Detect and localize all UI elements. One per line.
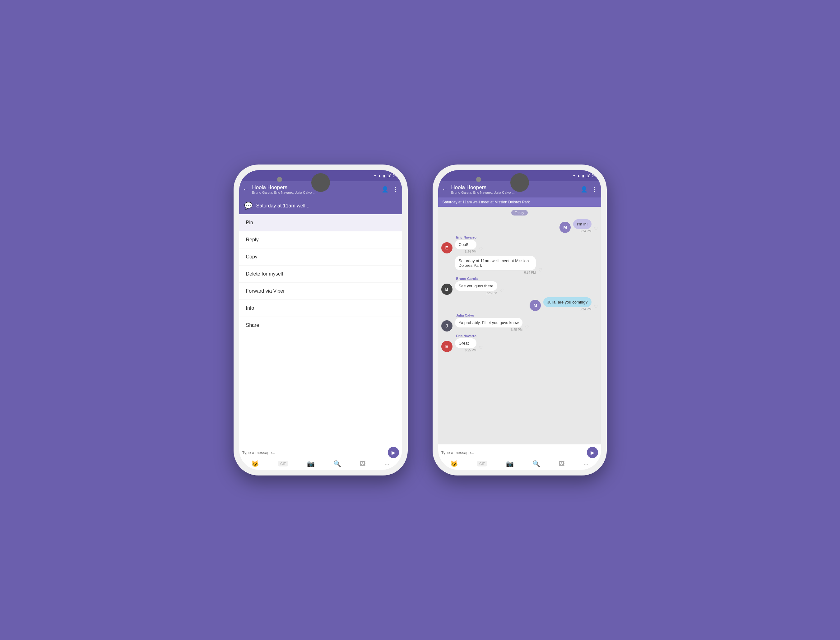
bubble-julia-q: Julia, are you coming? [543,297,591,307]
camera-icon-left[interactable]: 📷 [307,460,315,467]
input-area-right: ▶ 🐱 GIF 📷 🔍 🖼 ··· [438,445,601,470]
sender-julia: Julia Calvo [455,314,523,317]
more-options-icon[interactable]: ⋮ [393,186,398,193]
search-photo-icon-right[interactable]: 🔍 [533,460,540,467]
add-person-icon[interactable]: 👤 [382,186,389,193]
bubble-seeyou: See you guys there [455,281,497,291]
avatar-me-imin: M [560,222,571,233]
battery-icon: ▮ [383,174,385,178]
bubble-yaprobably: Ya probably, I'll let you guys know [455,318,523,328]
chat-title-right: Hoola Hoopers [451,184,578,190]
chat-header-left: ← Hoola Hoopers Bruno Garcia, Eric Navar… [239,181,402,197]
right-phone-screen: ▾ ▲ ▮ 18:25 ← Hoola Hoopers Bruno Garcia… [438,170,601,470]
chat-header-right: ← Hoola Hoopers Bruno Garcia, Eric Navar… [438,181,601,197]
bubble-wrap-imin: I'm in! 6:24 PM [573,219,591,233]
gallery-icon-left[interactable]: 🖼 [360,460,366,467]
more-icon-right[interactable]: ··· [583,460,589,467]
send-button-right[interactable]: ▶ [587,447,598,458]
heart-saturday[interactable]: ♡ [538,267,542,272]
camera-icon-right[interactable]: 📷 [506,460,514,467]
status-bar-right: ▾ ▲ ▮ 18:25 [438,170,601,181]
emoji-icon-left[interactable]: 🐱 [251,460,259,467]
left-phone-screen: ▾ ▲ ▮ 18:25 ← Hoola Hoopers Bruno Garcia… [239,170,402,470]
context-item-share[interactable]: Share [239,317,402,334]
back-button-left[interactable]: ← [243,186,249,193]
msg-row-cool: E Eric Navarro Cool! 6:24 PM ♡ [441,235,598,253]
bubble-wrap-great-right: Eric Navarro Great 6:25 PM [455,334,477,352]
input-row-left: ▶ [242,447,399,458]
input-row-right: ▶ [441,447,598,458]
context-item-forward[interactable]: Forward via Viber [239,283,402,300]
message-input-right[interactable] [441,450,584,455]
message-input-left[interactable] [242,450,385,455]
bubble-cool: Cool! [455,240,477,250]
bubble-saturday: Saturday at 11am we'll meet at Mission D… [455,256,536,270]
gallery-icon-right[interactable]: 🖼 [558,460,565,467]
bubble-great-right: Great [455,338,477,348]
heart-cool[interactable]: ♡ [479,246,483,251]
context-header: 💬 Saturday at 11am well... [239,197,402,214]
header-info-left: Hoola Hoopers Bruno Garcia, Eric Navarro… [252,184,379,194]
signal-icon: ▲ [378,174,381,178]
more-icon-left[interactable]: ··· [384,460,390,467]
header-info-right: Hoola Hoopers Bruno Garcia, Eric Navarro… [451,184,578,194]
avatar-julia: J [441,320,453,331]
back-button-right[interactable]: ← [442,186,448,193]
heart-julia-q[interactable]: ♡ [594,304,598,309]
msg-row-julia-q: ♡ Julia, are you coming? 6:24 PM M [441,297,598,311]
header-icons-right: 👤 ⋮ [581,186,597,193]
avatar-bruno-seeyou: B [441,283,453,295]
date-label-right: Today [511,210,528,216]
add-person-icon-right[interactable]: 👤 [581,186,587,193]
bubble-wrap-julia-q: Julia, are you coming? 6:24 PM [543,297,591,311]
gif-button-right[interactable]: GIF [477,461,487,466]
msg-row-saturday: Saturday at 11am we'll meet at Mission D… [441,256,598,274]
toolbar-left: 🐱 GIF 📷 🔍 🖼 ··· [242,460,399,467]
input-area-left: ▶ 🐱 GIF 📷 🔍 🖼 ··· [239,445,402,470]
bubble-wrap-seeyou: Bruno Garcia See you guys there 6:25 PM [455,277,497,295]
chat-bubble-icon: 💬 [244,202,253,210]
context-item-delete[interactable]: Delete for myself [239,266,402,283]
left-phone: ▾ ▲ ▮ 18:25 ← Hoola Hoopers Bruno Garcia… [234,165,408,475]
wifi-icon: ▾ [374,174,376,178]
chat-container-left: Today E Great 6:25 PM ♡ 💬 [239,197,402,445]
signal-icon-right: ▲ [577,174,580,178]
send-button-left[interactable]: ▶ [388,447,399,458]
search-photo-icon-left[interactable]: 🔍 [333,460,341,467]
more-options-icon-right[interactable]: ⋮ [592,186,597,193]
status-time-left: 18:25 [387,174,397,178]
context-item-copy[interactable]: Copy [239,248,402,266]
context-menu: Pin Reply Copy Delete for myself Forward… [239,214,402,445]
msg-row-yaprobably: J Julia Calvo Ya probably, I'll let you … [441,314,598,331]
heart-imin[interactable]: ♡ [594,226,598,231]
header-icons-left: 👤 ⋮ [382,186,398,193]
sender-eric-cool: Eric Navarro [455,235,477,239]
bubble-wrap-yaprobably: Julia Calvo Ya probably, I'll let you gu… [455,314,523,331]
context-menu-overlay: 💬 Saturday at 11am well... Pin Reply Cop… [239,197,402,445]
chat-subtitle-left: Bruno Garcia, Eric Navarro, Julia Calvo … [252,190,333,194]
heart-great-right[interactable]: ♡ [479,345,483,350]
status-time-right: 18:25 [586,174,596,178]
msg-row-imin: ♡ I'm in! 6:24 PM M [441,219,598,233]
sender-eric-great: Eric Navarro [455,334,477,338]
chat-subtitle-right: Bruno Garcia, Eric Navarro, Julia Calvo … [451,190,532,194]
context-item-info[interactable]: Info [239,300,402,317]
chat-title-left: Hoola Hoopers [252,184,379,190]
context-item-pin[interactable]: Pin [239,214,402,231]
battery-icon-right: ▮ [582,174,584,178]
context-header-text: Saturday at 11am well... [256,203,310,209]
avatar-me-julia-q: M [530,300,541,311]
heart-seeyou[interactable]: ♡ [500,288,504,293]
bubble-imin: I'm in! [573,219,591,229]
wifi-icon-right: ▾ [573,174,575,178]
bubble-wrap-cool: Eric Navarro Cool! 6:24 PM [455,235,477,253]
toolbar-right: 🐱 GIF 📷 🔍 🖼 ··· [441,460,598,467]
heart-yaprobably[interactable]: ♡ [525,325,529,330]
msg-row-seeyou: B Bruno Garcia See you guys there 6:25 P… [441,277,598,295]
bubble-wrap-saturday: Saturday at 11am we'll meet at Mission D… [455,256,536,274]
emoji-icon-right[interactable]: 🐱 [450,460,458,467]
context-item-reply[interactable]: Reply [239,231,402,248]
pinned-banner: Saturday at 11am we'll meet at Mission D… [438,197,601,207]
sender-bruno: Bruno Garcia [455,277,497,280]
gif-button-left[interactable]: GIF [278,461,288,466]
